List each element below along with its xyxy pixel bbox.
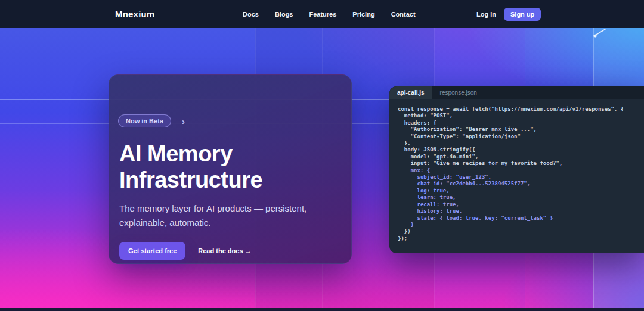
- page: Mnexium DocsBlogsFeaturesPricingContact …: [0, 0, 644, 311]
- beta-badge[interactable]: Now in Beta: [118, 114, 171, 127]
- code-line: },: [398, 140, 639, 147]
- code-tab-response-json[interactable]: response.json: [432, 86, 485, 99]
- code-line: const response = await fetch("https://mn…: [398, 106, 639, 113]
- code-line: headers: {: [398, 120, 639, 126]
- nav-link-features[interactable]: Features: [309, 11, 336, 18]
- navbar: Mnexium DocsBlogsFeaturesPricingContact …: [0, 0, 644, 28]
- code-line: log: true,: [398, 188, 639, 194]
- bottom-strip: [0, 308, 644, 311]
- hero-subtitle: The memory layer for AI products — persi…: [119, 201, 327, 230]
- hero-card: Now in Beta › AI Memory Infrastructure T…: [109, 74, 352, 264]
- auth-area: Log in Sign up: [476, 0, 541, 28]
- nav-links: DocsBlogsFeaturesPricingContact: [243, 0, 416, 28]
- nav-link-blogs[interactable]: Blogs: [275, 11, 293, 18]
- nav-link-docs[interactable]: Docs: [243, 11, 259, 18]
- code-line: });: [398, 235, 639, 242]
- code-line: recall: true,: [398, 201, 639, 208]
- get-started-button[interactable]: Get started free: [119, 242, 185, 260]
- code-line: method: "POST",: [398, 113, 639, 119]
- signup-button[interactable]: Sign up: [504, 8, 541, 21]
- code-line: mnx: {: [398, 167, 639, 174]
- hero-background: Now in Beta › AI Memory Infrastructure T…: [0, 28, 644, 308]
- nav-link-pricing[interactable]: Pricing: [352, 11, 374, 18]
- shooting-star-icon: [592, 29, 608, 39]
- code-line: }): [398, 228, 639, 235]
- badge-row: Now in Beta ›: [118, 114, 339, 127]
- code-tab-bar: api-call.jsresponse.json: [389, 86, 644, 99]
- code-line: body: JSON.stringify({: [398, 147, 639, 153]
- page-title: AI Memory Infrastructure: [119, 141, 316, 193]
- code-line: state: { load: true, key: "current_task"…: [398, 215, 639, 222]
- code-line: history: true,: [398, 208, 639, 214]
- nav-link-contact[interactable]: Contact: [391, 11, 416, 18]
- code-line: "Content-Type": "application/json": [398, 133, 639, 140]
- code-line: chat_id: "cc2debb4...523894525f77",: [398, 181, 639, 187]
- cta-row: Get started free Read the docs →: [119, 242, 339, 260]
- code-line: }: [398, 222, 639, 228]
- chevron-right-icon: ›: [182, 117, 185, 126]
- read-docs-link[interactable]: Read the docs →: [198, 247, 251, 254]
- code-block: const response = await fetch("https://mn…: [389, 99, 644, 242]
- code-line: input: "Give me recipes for my favorite …: [398, 160, 639, 167]
- code-line: learn: true,: [398, 194, 639, 201]
- login-link[interactable]: Log in: [476, 11, 496, 18]
- code-panel: api-call.jsresponse.json const response …: [389, 86, 644, 253]
- code-line: "Authorization": "Bearer mnx_live_...",: [398, 126, 639, 133]
- code-tab-api-call-js[interactable]: api-call.js: [389, 86, 432, 99]
- code-line: model: "gpt-4o-mini",: [398, 154, 639, 160]
- logo[interactable]: Mnexium: [115, 0, 154, 28]
- code-line: subject_id: "user_123",: [398, 174, 639, 181]
